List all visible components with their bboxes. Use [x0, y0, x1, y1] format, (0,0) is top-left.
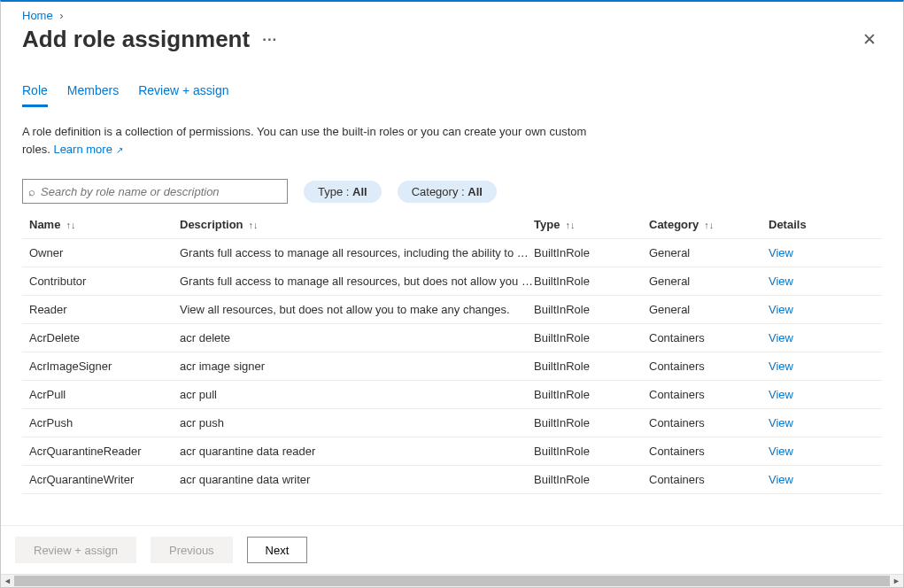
cell-category: General: [649, 303, 769, 316]
sort-icon: ↑↓: [66, 220, 75, 230]
cell-name: Reader: [29, 303, 180, 316]
cell-type: BuiltInRole: [534, 360, 649, 373]
table-row[interactable]: AcrQuarantineWriteracr quarantine data w…: [22, 466, 882, 494]
cell-type: BuiltInRole: [534, 275, 649, 288]
view-link[interactable]: View: [769, 416, 839, 429]
cell-type: BuiltInRole: [534, 303, 649, 316]
cell-category: Containers: [649, 360, 769, 373]
cell-category: Containers: [649, 445, 769, 458]
cell-name: AcrPull: [29, 388, 180, 401]
table-row[interactable]: AcrQuarantineReaderacr quarantine data r…: [22, 437, 882, 466]
sort-icon: ↑↓: [565, 220, 575, 230]
cell-type: BuiltInRole: [534, 388, 649, 401]
breadcrumb: Home ›: [1, 2, 903, 22]
cell-name: AcrDelete: [29, 331, 180, 344]
view-link[interactable]: View: [769, 303, 839, 316]
cell-type: BuiltInRole: [534, 473, 649, 486]
search-input-wrapper[interactable]: ⌕: [22, 179, 288, 204]
page-title: Add role assignment ···: [22, 26, 277, 53]
view-link[interactable]: View: [769, 360, 839, 373]
view-link[interactable]: View: [769, 388, 839, 401]
cell-name: Owner: [29, 246, 180, 259]
page-title-text: Add role assignment: [22, 26, 250, 53]
cell-name: AcrPush: [29, 416, 180, 429]
roles-table: Name↑↓ Description↑↓ Type↑↓ Category↑↓ D…: [22, 211, 882, 494]
breadcrumb-home[interactable]: Home: [22, 9, 53, 22]
table-row[interactable]: OwnerGrants full access to manage all re…: [22, 239, 882, 267]
column-header-details: Details: [769, 218, 839, 231]
cell-name: Contributor: [29, 275, 180, 288]
filter-type-pill[interactable]: Type : All: [304, 181, 382, 203]
cell-type: BuiltInRole: [534, 416, 649, 429]
more-actions-icon[interactable]: ···: [262, 31, 277, 49]
filter-type-value: All: [352, 185, 367, 198]
filter-type-label: Type :: [318, 185, 352, 198]
tab-members[interactable]: Members: [67, 78, 119, 107]
horizontal-scrollbar[interactable]: ◄ ►: [1, 574, 903, 587]
table-row[interactable]: ReaderView all resources, but does not a…: [22, 296, 882, 324]
cell-name: AcrImageSigner: [29, 360, 180, 373]
column-header-type[interactable]: Type↑↓: [534, 218, 649, 231]
cell-description: acr quarantine data reader: [180, 445, 534, 458]
cell-description: Grants full access to manage all resourc…: [180, 246, 534, 259]
cell-description: View all resources, but does not allow y…: [180, 303, 534, 316]
sort-icon: ↑↓: [249, 220, 259, 230]
cell-description: acr image signer: [180, 360, 534, 373]
filter-category-label: Category :: [412, 185, 468, 198]
filter-category-value: All: [467, 185, 483, 198]
cell-category: General: [649, 275, 769, 288]
content-scroll-area[interactable]: Role Members Review + assign A role defi…: [1, 62, 903, 525]
search-icon: ⌕: [28, 185, 35, 198]
table-header-row: Name↑↓ Description↑↓ Type↑↓ Category↑↓ D…: [22, 211, 882, 239]
cell-type: BuiltInRole: [534, 246, 649, 259]
column-header-name[interactable]: Name↑↓: [29, 218, 180, 231]
cell-description: acr quarantine data writer: [180, 473, 534, 486]
view-link[interactable]: View: [769, 473, 839, 486]
cell-description: acr push: [180, 416, 534, 429]
sort-icon: ↑↓: [704, 220, 714, 230]
scroll-right-icon[interactable]: ►: [890, 575, 903, 587]
external-link-icon: ↗: [116, 145, 123, 155]
previous-button: Previous: [151, 537, 233, 563]
view-link[interactable]: View: [769, 445, 839, 458]
column-header-category[interactable]: Category↑↓: [649, 218, 769, 231]
close-icon: ✕: [862, 30, 877, 49]
cell-description: acr pull: [180, 388, 534, 401]
cell-name: AcrQuarantineReader: [29, 445, 180, 458]
next-button[interactable]: Next: [247, 537, 308, 563]
close-button[interactable]: ✕: [857, 26, 882, 53]
table-row[interactable]: AcrImageSigneracr image signerBuiltInRol…: [22, 352, 882, 381]
view-link[interactable]: View: [769, 246, 839, 259]
cell-category: Containers: [649, 331, 769, 344]
cell-type: BuiltInRole: [534, 331, 649, 344]
cell-type: BuiltInRole: [534, 445, 649, 458]
cell-name: AcrQuarantineWriter: [29, 473, 180, 486]
tab-bar: Role Members Review + assign: [22, 78, 882, 107]
tab-role[interactable]: Role: [22, 78, 48, 107]
view-link[interactable]: View: [769, 275, 839, 288]
table-row[interactable]: AcrDeleteacr deleteBuiltInRoleContainers…: [22, 324, 882, 352]
learn-more-link[interactable]: Learn more ↗: [53, 143, 122, 156]
scroll-left-icon[interactable]: ◄: [1, 575, 14, 587]
cell-description: acr delete: [180, 331, 534, 344]
table-row[interactable]: ContributorGrants full access to manage …: [22, 267, 882, 296]
cell-description: Grants full access to manage all resourc…: [180, 275, 534, 288]
column-header-description[interactable]: Description↑↓: [180, 218, 534, 231]
scroll-thumb[interactable]: [14, 576, 890, 586]
tab-review-assign[interactable]: Review + assign: [138, 78, 228, 107]
cell-category: Containers: [649, 473, 769, 486]
review-assign-button: Review + assign: [15, 537, 136, 563]
view-link[interactable]: View: [769, 331, 839, 344]
page-description: A role definition is a collection of per…: [22, 123, 589, 158]
filter-category-pill[interactable]: Category : All: [398, 181, 497, 203]
table-row[interactable]: AcrPushacr pushBuiltInRoleContainersView: [22, 409, 882, 437]
table-row[interactable]: AcrPullacr pullBuiltInRoleContainersView: [22, 381, 882, 409]
cell-category: Containers: [649, 416, 769, 429]
cell-category: General: [649, 246, 769, 259]
cell-category: Containers: [649, 388, 769, 401]
wizard-footer: Review + assign Previous Next: [1, 525, 903, 574]
chevron-right-icon: ›: [59, 9, 63, 22]
search-input[interactable]: [41, 185, 282, 198]
